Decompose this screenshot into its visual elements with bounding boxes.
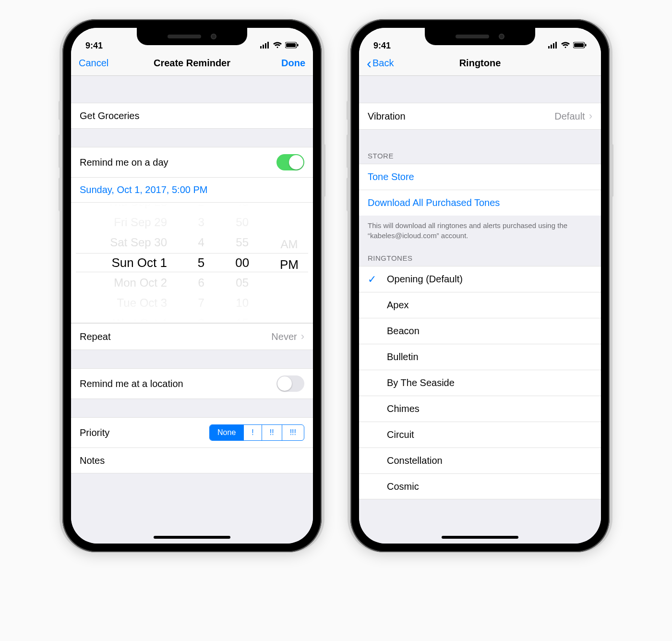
date-picker[interactable]: Thu Sep 28Fri Sep 29Sat Sep 30Sun Oct 1M… — [71, 203, 313, 323]
remind-location-row: Remind me at a location — [71, 368, 313, 399]
ringtone-item[interactable]: By The Seaside — [359, 370, 601, 396]
picker-row[interactable]: 7 — [198, 295, 204, 311]
picker-row[interactable]: 4 — [198, 234, 204, 251]
repeat-label: Repeat — [80, 331, 111, 342]
remind-day-label: Remind me on a day — [80, 157, 168, 168]
priority-segment[interactable]: ! — [243, 425, 261, 440]
priority-label: Priority — [80, 427, 109, 438]
status-time: 9:41 — [373, 41, 391, 51]
remind-location-label: Remind me at a location — [80, 378, 183, 389]
nav-bar: Cancel Create Reminder Done — [71, 51, 313, 76]
picker-row[interactable]: 8 — [198, 315, 204, 323]
selected-date[interactable]: Sunday, Oct 1, 2017, 5:00 PM — [71, 178, 313, 203]
remind-day-row: Remind me on a day — [71, 147, 313, 177]
picker-row[interactable]: 50 — [236, 214, 249, 230]
svg-rect-2 — [265, 43, 266, 48]
tone-store-label: Tone Store — [368, 171, 414, 182]
priority-segment[interactable]: !!! — [282, 425, 304, 440]
ringtone-label: Bulletin — [387, 351, 419, 363]
picker-row[interactable]: 10 — [236, 295, 249, 311]
vibration-value: Default — [554, 111, 585, 122]
priority-segment[interactable]: None — [210, 425, 243, 440]
home-indicator[interactable] — [154, 536, 230, 539]
ringtone-item[interactable]: Beacon — [359, 318, 601, 344]
cancel-button[interactable]: Cancel — [79, 58, 122, 69]
nav-title: Create Reminder — [154, 58, 230, 69]
chevron-right-icon: › — [589, 110, 592, 122]
picker-row[interactable]: 55 — [236, 234, 249, 251]
back-button[interactable]: ‹ Back — [367, 58, 410, 69]
remind-location-toggle[interactable] — [276, 375, 304, 392]
home-indicator[interactable] — [442, 536, 518, 539]
ringtone-label: Cosmic — [387, 481, 419, 492]
picker-row[interactable]: 05 — [236, 275, 249, 291]
picker-row[interactable]: 2 — [198, 203, 204, 210]
store-footer-note: This will download all ringtones and ale… — [359, 216, 601, 250]
download-tones-label: Download All Purchased Tones — [368, 197, 500, 208]
svg-rect-1 — [263, 45, 264, 48]
ringtone-label: Circuit — [387, 429, 414, 440]
reminder-title-field[interactable]: Get Groceries — [71, 103, 313, 129]
reminder-title-text: Get Groceries — [80, 110, 139, 121]
ringtone-item[interactable]: Apex — [359, 292, 601, 318]
repeat-row[interactable]: Repeat Never› — [71, 323, 313, 350]
cellular-icon — [260, 41, 270, 51]
wifi-icon — [561, 41, 570, 51]
ringtone-item[interactable]: Chimes — [359, 396, 601, 422]
svg-rect-10 — [555, 42, 557, 48]
nav-bar: ‹ Back Ringtone — [359, 51, 601, 76]
picker-row[interactable]: Sat Sep 30 — [110, 234, 167, 251]
svg-rect-13 — [585, 44, 587, 47]
svg-rect-12 — [574, 43, 584, 47]
vibration-label: Vibration — [368, 111, 406, 122]
ringtone-item[interactable]: Cosmic — [359, 473, 601, 499]
priority-row: Priority None!!!!!! — [71, 417, 313, 447]
ringtone-item[interactable]: Constellation — [359, 447, 601, 473]
svg-rect-7 — [548, 46, 550, 48]
priority-segmented: None!!!!!! — [209, 424, 304, 441]
phone-left: 9:41 Cancel Create Reminder Done Get Gro… — [62, 19, 322, 552]
ringtones-header: RINGTONES — [359, 250, 601, 266]
ringtone-item[interactable]: Bulletin — [359, 344, 601, 370]
picker-row[interactable]: 3 — [198, 214, 204, 230]
ringtone-label: Chimes — [387, 403, 420, 414]
svg-rect-6 — [297, 44, 299, 47]
done-button[interactable]: Done — [262, 58, 305, 69]
priority-segment[interactable]: !! — [262, 425, 282, 440]
picker-row[interactable]: 45 — [236, 203, 249, 210]
picker-row[interactable]: Mon Oct 2 — [114, 275, 167, 291]
picker-row[interactable]: Tue Oct 3 — [117, 295, 167, 311]
svg-rect-8 — [551, 45, 552, 48]
picker-row[interactable]: Thu Sep 28 — [108, 203, 167, 210]
wifi-icon — [273, 41, 282, 51]
svg-rect-9 — [553, 43, 554, 48]
chevron-right-icon: › — [301, 330, 304, 343]
notes-label: Notes — [80, 455, 105, 466]
battery-icon — [573, 41, 587, 51]
ringtone-label: By The Seaside — [387, 377, 455, 388]
back-label: Back — [372, 58, 394, 69]
download-tones-link[interactable]: Download All Purchased Tones — [359, 190, 601, 216]
picker-row[interactable]: Wed Oct 4 — [113, 315, 167, 323]
ringtone-label: Constellation — [387, 455, 443, 466]
vibration-row[interactable]: Vibration Default› — [359, 103, 601, 130]
ringtone-item[interactable]: ✓Opening (Default) — [359, 266, 601, 292]
notes-row[interactable]: Notes — [71, 447, 313, 473]
store-header: STORE — [359, 148, 601, 164]
picker-row[interactable]: 15 — [236, 315, 249, 323]
remind-day-toggle[interactable] — [276, 154, 304, 170]
status-time: 9:41 — [85, 41, 103, 51]
checkmark-icon: ✓ — [368, 273, 376, 286]
ringtone-item[interactable]: Circuit — [359, 422, 601, 447]
svg-rect-3 — [267, 42, 269, 48]
ringtone-label: Opening (Default) — [387, 274, 463, 285]
picker-row[interactable]: 6 — [198, 275, 204, 291]
nav-title: Ringtone — [459, 58, 501, 69]
tone-store-link[interactable]: Tone Store — [359, 164, 601, 190]
picker-row[interactable]: AM — [280, 236, 298, 253]
chevron-back-icon: ‹ — [367, 59, 372, 68]
cellular-icon — [548, 41, 558, 51]
ringtone-label: Apex — [387, 300, 409, 311]
picker-row[interactable]: Fri Sep 29 — [114, 214, 167, 230]
repeat-value: Never — [271, 331, 297, 342]
